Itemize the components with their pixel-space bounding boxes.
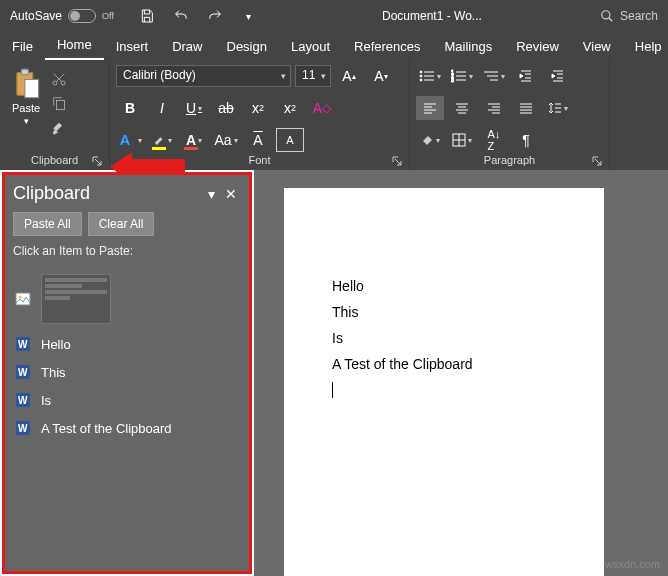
numbering-icon: 123 <box>451 69 467 83</box>
numbering-button[interactable]: 123▾ <box>448 64 476 88</box>
workspace: Clipboard ▾ ✕ Paste All Clear All Click … <box>0 170 668 576</box>
justify-button[interactable] <box>512 96 540 120</box>
save-icon[interactable] <box>132 2 162 30</box>
tab-insert[interactable]: Insert <box>104 33 161 60</box>
word-icon: W <box>15 420 31 436</box>
clipboard-item[interactable]: WThis <box>13 358 241 386</box>
clipboard-launcher[interactable] <box>91 156 103 168</box>
autosave-state: Off <box>102 11 114 21</box>
font-group-label: Font <box>248 154 270 166</box>
char-border-button[interactable]: A <box>276 128 304 152</box>
align-left-button[interactable] <box>416 96 444 120</box>
tab-references[interactable]: References <box>342 33 432 60</box>
tab-view[interactable]: View <box>571 33 623 60</box>
justify-icon <box>519 102 533 114</box>
svg-point-0 <box>602 11 610 19</box>
tab-design[interactable]: Design <box>215 33 279 60</box>
paragraph-launcher[interactable] <box>591 156 603 168</box>
paste-all-button[interactable]: Paste All <box>13 212 82 236</box>
grow-font-button[interactable]: A▴ <box>335 64 363 88</box>
paragraph-group-label: Paragraph <box>484 154 535 166</box>
tab-mailings[interactable]: Mailings <box>433 33 505 60</box>
pane-close-button[interactable]: ✕ <box>221 186 241 202</box>
font-size-select[interactable]: 11 ▾ <box>295 65 331 87</box>
watermark: wsxdn.com <box>605 558 660 570</box>
shrink-font-button[interactable]: A▾ <box>367 64 395 88</box>
line-spacing-button[interactable]: ▾ <box>544 96 572 120</box>
title-bar: AutoSave Off ▾ Document1 - Wo... Search <box>0 0 668 32</box>
clipboard-item[interactable]: WIs <box>13 386 241 414</box>
qat-dropdown-icon[interactable]: ▾ <box>234 2 264 30</box>
italic-button[interactable]: I <box>148 96 176 120</box>
toggle-off-icon <box>68 9 96 23</box>
launcher-icon <box>592 156 602 166</box>
document-title: Document1 - Wo... <box>264 9 600 23</box>
char-shading-button[interactable]: A <box>244 128 272 152</box>
borders-icon <box>452 133 466 147</box>
svg-rect-6 <box>56 100 64 109</box>
svg-rect-3 <box>25 79 39 97</box>
align-center-button[interactable] <box>448 96 476 120</box>
font-name-value: Calibri (Body) <box>123 68 196 82</box>
cut-button[interactable] <box>50 70 68 88</box>
show-marks-button[interactable]: ¶ <box>512 128 540 152</box>
clear-format-button[interactable]: A◇ <box>308 96 336 120</box>
align-left-icon <box>423 102 437 114</box>
font-name-select[interactable]: Calibri (Body) ▾ <box>116 65 291 87</box>
document-page[interactable]: HelloThisIsA Test of the Clipboard <box>284 188 604 576</box>
autosave-label: AutoSave <box>10 9 62 23</box>
clear-all-button[interactable]: Clear All <box>88 212 155 236</box>
document-area: HelloThisIsA Test of the Clipboard <box>254 170 668 576</box>
align-right-button[interactable] <box>480 96 508 120</box>
text-effects-button[interactable]: A▾ <box>116 128 144 152</box>
align-right-icon <box>487 102 501 114</box>
tab-draw[interactable]: Draw <box>160 33 214 60</box>
clipboard-item[interactable]: WHello <box>13 330 241 358</box>
pane-options-dropdown[interactable]: ▾ <box>201 186 221 202</box>
inc-indent-button[interactable] <box>544 64 572 88</box>
clipboard-item[interactable] <box>13 268 241 330</box>
font-size-value: 11 <box>302 68 315 82</box>
sort-button[interactable]: A↓Z <box>480 128 508 152</box>
clipboard-item[interactable]: WA Test of the Clipboard <box>13 414 241 442</box>
word-icon: W <box>15 364 31 380</box>
bold-button[interactable]: B <box>116 96 144 120</box>
shading-button[interactable]: ▾ <box>416 128 444 152</box>
svg-point-8 <box>420 71 422 73</box>
clipboard-pane-title: Clipboard <box>13 183 201 204</box>
svg-rect-2 <box>21 69 28 75</box>
font-color-button[interactable]: A▾ <box>180 128 208 152</box>
subscript-button[interactable]: x2 <box>244 96 272 120</box>
search-box[interactable]: Search <box>600 9 658 23</box>
text-effect-icon: A <box>118 131 136 149</box>
text-cursor <box>332 382 333 398</box>
dec-indent-icon <box>519 69 533 83</box>
paste-button[interactable]: Paste ▾ <box>6 64 46 152</box>
tab-review[interactable]: Review <box>504 33 571 60</box>
tab-home[interactable]: Home <box>45 31 104 60</box>
bullets-button[interactable]: ▾ <box>416 64 444 88</box>
format-painter-button[interactable] <box>50 118 68 136</box>
font-launcher[interactable] <box>391 156 403 168</box>
tab-file[interactable]: File <box>0 33 45 60</box>
multilevel-button[interactable]: ▾ <box>480 64 508 88</box>
strike-button[interactable]: ab <box>212 96 240 120</box>
group-paragraph: ▾ 123▾ ▾ ▾ ▾ ▾ A↓Z ¶ Paragraph <box>410 60 610 170</box>
underline-button[interactable]: U▾ <box>180 96 208 120</box>
bullets-icon <box>419 69 435 83</box>
copy-button[interactable] <box>50 94 68 112</box>
superscript-button[interactable]: x2 <box>276 96 304 120</box>
undo-icon[interactable] <box>166 2 196 30</box>
highlight-button[interactable]: ▾ <box>148 128 176 152</box>
redo-icon[interactable] <box>200 2 230 30</box>
clipboard-hint: Click an Item to Paste: <box>5 240 249 262</box>
multilevel-icon <box>483 69 499 83</box>
ribbon: Paste ▾ Clipboard Calibri (Body) ▾ 11 <box>0 60 668 170</box>
change-case-button[interactable]: Aa▾ <box>212 128 240 152</box>
borders-button[interactable]: ▾ <box>448 128 476 152</box>
dec-indent-button[interactable] <box>512 64 540 88</box>
tab-layout[interactable]: Layout <box>279 33 342 60</box>
svg-text:W: W <box>18 339 28 350</box>
autosave-toggle[interactable]: AutoSave Off <box>0 9 124 23</box>
tab-help[interactable]: Help <box>623 33 668 60</box>
